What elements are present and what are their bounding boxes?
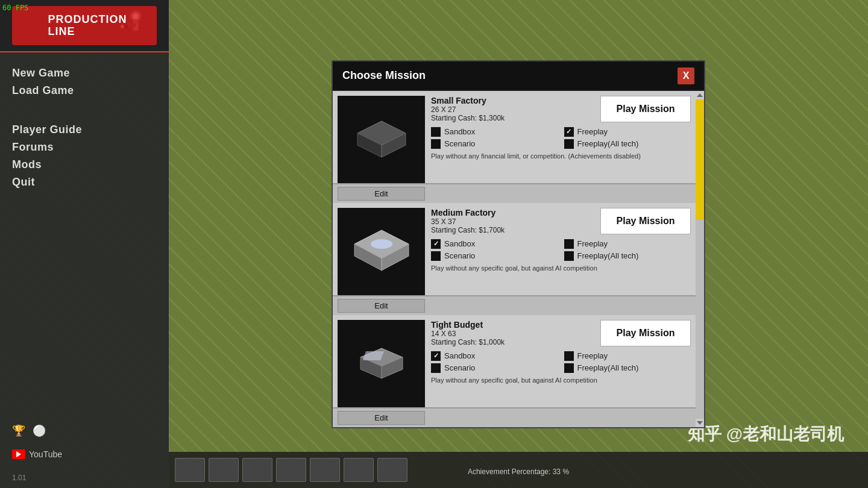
edit-button-small-factory[interactable]: Edit <box>338 187 425 201</box>
mission-size-medium-factory: 35 X 37 <box>431 217 594 226</box>
svg-marker-18 <box>697 421 703 425</box>
scroll-thumb[interactable] <box>696 99 704 220</box>
option-scenario-medium-factory: Scenario <box>431 251 558 261</box>
play-mission-button-medium-factory[interactable]: Play Mission <box>600 208 691 234</box>
sidebar-item-forums[interactable]: Forums <box>12 139 157 156</box>
label-scenario-tight-budget: Scenario <box>444 363 475 372</box>
label-freeplay-alltech-small-factory: Freeplay(All tech) <box>577 139 639 148</box>
mission-name-medium-factory: Medium Factory <box>431 208 594 217</box>
option-scenario-small-factory: Scenario <box>431 139 558 149</box>
label-freeplay-medium-factory: Freeplay <box>577 239 608 248</box>
sidebar-item-new-game[interactable]: New Game <box>12 64 157 82</box>
fps-counter: 60 FPS <box>2 4 28 12</box>
mission-details-tight-budget: Tight Budget 14 X 63 Starting Cash: $1,0… <box>431 320 594 346</box>
svg-rect-16 <box>362 351 383 360</box>
sidebar-item-player-guide[interactable]: Player Guide <box>12 121 157 139</box>
svg-point-12 <box>371 239 392 249</box>
checkbox-freeplay-tight-budget[interactable] <box>564 351 574 361</box>
mission-preview-medium-factory <box>338 208 425 295</box>
modal-overlay: Choose Mission X Small Factory 26 X 27 S… <box>169 0 868 488</box>
youtube-play-triangle <box>16 451 21 457</box>
logo-text-line2: LINE <box>48 26 75 38</box>
mission-meta-small-factory: Small Factory 26 X 27 Starting Cash: $1,… <box>431 96 691 122</box>
option-sandbox-medium-factory: Sandbox <box>431 239 558 249</box>
play-mission-button-tight-budget[interactable]: Play Mission <box>600 320 691 346</box>
play-mission-button-small-factory[interactable]: Play Mission <box>600 96 691 122</box>
option-freeplay-tight-budget: Freeplay <box>564 351 691 361</box>
mission-info-small-factory: Small Factory 26 X 27 Starting Cash: $1,… <box>431 96 691 183</box>
modal-body[interactable]: Small Factory 26 X 27 Starting Cash: $1,… <box>333 91 704 427</box>
svg-point-1 <box>133 13 139 19</box>
modal-title: Choose Mission <box>342 69 426 82</box>
sidebar-item-quit[interactable]: Quit <box>12 174 157 191</box>
option-scenario-tight-budget: Scenario <box>431 363 558 373</box>
mission-options-small-factory: Sandbox Freeplay Scenario Freeplay(All t… <box>431 127 691 149</box>
scroll-bottom-cap[interactable] <box>696 419 704 427</box>
scroll-top-cap[interactable] <box>696 91 704 99</box>
label-sandbox-tight-budget: Sandbox <box>444 351 475 360</box>
modal-header: Choose Mission X <box>333 61 704 91</box>
checkbox-sandbox-small-factory[interactable] <box>431 127 441 137</box>
mission-preview-tight-budget <box>338 320 425 407</box>
mission-options-medium-factory: Sandbox Freeplay Scenario Freeplay(All t… <box>431 239 691 261</box>
mission-card-small-factory: Small Factory 26 X 27 Starting Cash: $1,… <box>333 91 696 184</box>
mission-options-tight-budget: Sandbox Freeplay Scenario Freeplay(All t… <box>431 351 691 373</box>
edit-button-medium-factory[interactable]: Edit <box>338 299 425 313</box>
label-sandbox-medium-factory: Sandbox <box>444 239 475 248</box>
checkbox-scenario-medium-factory[interactable] <box>431 251 441 261</box>
mission-size-tight-budget: 14 X 63 <box>431 330 594 338</box>
mission-details-medium-factory: Medium Factory 35 X 37 Starting Cash: $1… <box>431 208 594 234</box>
scrollbar-track[interactable] <box>696 91 704 427</box>
label-freeplay-tight-budget: Freeplay <box>577 351 608 360</box>
label-freeplay-alltech-medium-factory: Freeplay(All tech) <box>577 251 639 260</box>
trophy-icon[interactable]: 🏆 <box>12 424 25 437</box>
version-label: 1.01 <box>0 471 38 488</box>
option-freeplay-alltech-medium-factory: Freeplay(All tech) <box>564 251 691 261</box>
mission-card-medium-factory: Medium Factory 35 X 37 Starting Cash: $1… <box>333 203 696 296</box>
sidebar: PRODUCTION LINE New Game Load Game Playe… <box>0 0 169 488</box>
checkbox-freeplay-small-factory[interactable] <box>564 127 574 137</box>
mission-info-medium-factory: Medium Factory 35 X 37 Starting Cash: $1… <box>431 208 691 295</box>
logo-box: PRODUCTION LINE <box>12 6 157 45</box>
sidebar-item-load-game[interactable]: Load Game <box>12 82 157 99</box>
youtube-label: YouTube <box>29 449 62 459</box>
mission-desc-tight-budget: Play without any specific goal, but agai… <box>431 377 691 386</box>
option-freeplay-medium-factory: Freeplay <box>564 239 691 249</box>
edit-bar-small-factory: Edit <box>333 184 696 203</box>
mission-details-small-factory: Small Factory 26 X 27 Starting Cash: $1,… <box>431 96 594 122</box>
sidebar-item-mods[interactable]: Mods <box>12 156 157 174</box>
label-freeplay-alltech-tight-budget: Freeplay(All tech) <box>577 363 639 372</box>
svg-point-5 <box>121 25 124 28</box>
checkbox-sandbox-medium-factory[interactable] <box>431 239 441 249</box>
label-sandbox-small-factory: Sandbox <box>444 127 475 136</box>
option-sandbox-small-factory: Sandbox <box>431 127 558 137</box>
youtube-link[interactable]: YouTube <box>0 449 74 471</box>
checkbox-scenario-small-factory[interactable] <box>431 139 441 149</box>
mission-cash-small-factory: Starting Cash: $1,300k <box>431 114 594 122</box>
option-freeplay-alltech-small-factory: Freeplay(All tech) <box>564 139 691 149</box>
option-freeplay-alltech-tight-budget: Freeplay(All tech) <box>564 363 691 373</box>
mission-card-tight-budget: Tight Budget 14 X 63 Starting Cash: $1,0… <box>333 315 696 408</box>
mission-size-small-factory: 26 X 27 <box>431 105 594 114</box>
checkbox-freeplay-alltech-tight-budget[interactable] <box>564 363 574 373</box>
edit-bar-tight-budget: Edit <box>333 408 696 427</box>
checkbox-sandbox-tight-budget[interactable] <box>431 351 441 361</box>
checkbox-freeplay-medium-factory[interactable] <box>564 239 574 249</box>
edit-bar-medium-factory: Edit <box>333 296 696 315</box>
checkbox-freeplay-alltech-medium-factory[interactable] <box>564 251 574 261</box>
edit-button-tight-budget[interactable]: Edit <box>338 411 425 425</box>
checkbox-scenario-tight-budget[interactable] <box>431 363 441 373</box>
mission-desc-small-factory: Play without any financial limit, or com… <box>431 152 691 162</box>
svg-marker-17 <box>697 93 703 97</box>
mission-name-small-factory: Small Factory <box>431 96 594 105</box>
checkbox-freeplay-alltech-small-factory[interactable] <box>564 139 574 149</box>
mission-desc-medium-factory: Play without any specific goal, but agai… <box>431 264 691 274</box>
circle-icon[interactable]: ⚪ <box>33 424 46 437</box>
sidebar-navigation: New Game Load Game Player Guide Forums M… <box>0 52 169 418</box>
label-freeplay-small-factory: Freeplay <box>577 127 608 136</box>
label-scenario-small-factory: Scenario <box>444 139 475 148</box>
modal-close-button[interactable]: X <box>678 67 694 84</box>
mission-info-tight-budget: Tight Budget 14 X 63 Starting Cash: $1,0… <box>431 320 691 407</box>
sidebar-icon-row: 🏆 ⚪ <box>0 418 58 449</box>
nav-group-extra: Player Guide Forums Mods Quit <box>12 121 157 191</box>
